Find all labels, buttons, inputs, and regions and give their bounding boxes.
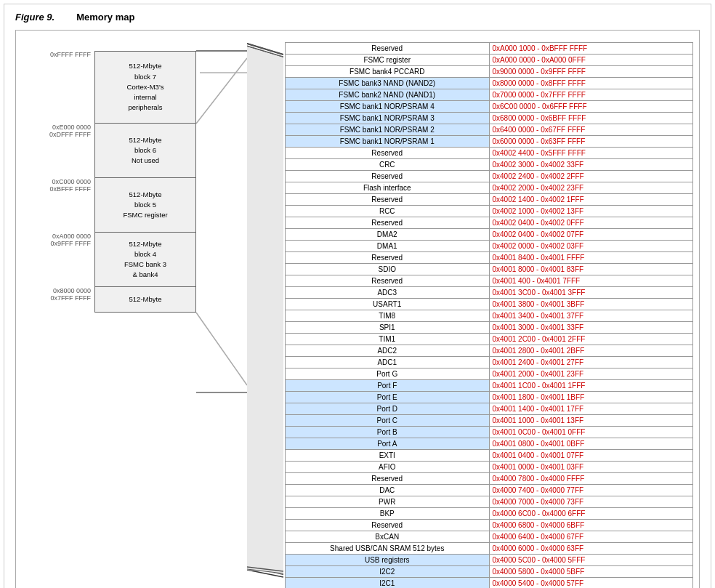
mem-name-cell: BxCAN [286, 531, 490, 543]
table-row: CRC0x4002 3000 - 0x4002 33FF [286, 159, 693, 171]
table-row: FSMC bank1 NOR/PSRAM 30x6800 0000 - 0x6B… [286, 113, 693, 124]
mem-addr-cell: 0x4000 6800 - 0x4000 6BFF [489, 520, 693, 531]
table-row: ADC10x4001 2400 - 0x4001 27FF [286, 357, 693, 368]
block6-rect: 512-Mbyte block 6 Not used [94, 124, 196, 178]
mem-addr-cell: 0x4000 6C00 - 0x4000 6FFF [489, 508, 693, 520]
table-row: SPI10x4001 3000 - 0x4001 33FF [286, 322, 693, 334]
mem-addr-cell: 0x4001 1400 - 0x4001 17FF [489, 403, 693, 415]
table-row: USB registers0x4000 5C00 - 0x4000 5FFF [286, 555, 693, 566]
mem-name-cell: FSMC bank2 NAND (NAND1) [286, 89, 490, 101]
mem-name-cell: DMA1 [286, 241, 490, 252]
mem-name-cell: DMA2 [286, 229, 490, 241]
table-row: FSMC bank1 NOR/PSRAM 40x6C00 0000 - 0x6F… [286, 101, 693, 113]
block4-rect: 512-Mbyte block 4 FSMC bank 3 & bank4 [94, 233, 196, 287]
mem-name-cell: ADC3 [286, 287, 490, 299]
table-row: DAC0x4000 7400 - 0x4000 77FF [286, 485, 693, 496]
table-row: DMA10x4002 0000 - 0x4002 03FF [286, 241, 693, 252]
table-row: USART10x4001 3800 - 0x4001 3BFF [286, 299, 693, 310]
mem-name-cell: FSMC bank4 PCCARD [286, 66, 490, 78]
mem-addr-cell: 0x4001 2000 - 0x4001 23FF [489, 368, 693, 380]
table-row: AFIO0x4001 0000 - 0x4001 03FF [286, 462, 693, 473]
table-row: SDIO0x4001 8000 - 0x4001 83FF [286, 264, 693, 275]
mem-name-cell: Port C [286, 415, 490, 427]
table-row: FSMC bank4 PCCARD0x9000 0000 - 0x9FFF FF… [286, 66, 693, 78]
table-row: Flash interface0x4002 2000 - 0x4002 23FF [286, 182, 693, 194]
mem-name-cell: RCC [286, 206, 490, 217]
table-row: Reserved0x4000 6800 - 0x4000 6BFF [286, 520, 693, 531]
table-row: FSMC register0xA000 0000 - 0xA000 0FFF [286, 55, 693, 66]
svg-line-5 [196, 313, 247, 385]
memory-map-table-area: Reserved0xA000 1000 - 0xBFFF FFFFFSMC re… [285, 42, 693, 588]
mem-addr-cell: 0x4001 3400 - 0x4001 37FF [489, 310, 693, 322]
mem-addr-cell: 0x4002 4400 - 0x5FFF FFFF [489, 148, 693, 159]
mem-addr-cell: 0x4002 1400 - 0x4002 1FFF [489, 194, 693, 206]
figure-title: Figure 9. Memory map [15, 12, 700, 23]
block3-addrs: 0x8000 0000 0x7FFF FFFF [22, 287, 94, 302]
mem-name-cell: SDIO [286, 264, 490, 275]
mem-name-cell: FSMC bank3 NAND (NAND2) [286, 78, 490, 89]
mem-addr-cell: 0x4001 3C00 - 0x4001 3FFF [489, 287, 693, 299]
mem-addr-cell: 0x4002 0400 - 0x4002 07FF [489, 229, 693, 241]
table-row: Port F0x4001 1C00 - 0x4001 1FFF [286, 380, 693, 392]
mem-name-cell: FSMC bank1 NOR/PSRAM 3 [286, 113, 490, 124]
mem-addr-cell: 0x4001 1C00 - 0x4001 1FFF [489, 380, 693, 392]
mem-name-cell: CRC [286, 159, 490, 171]
mem-name-cell: TIM1 [286, 334, 490, 345]
table-row: Shared USB/CAN SRAM 512 bytes0x4000 6000… [286, 543, 693, 555]
mem-addr-cell: 0x4001 2C00 - 0x4001 2FFF [489, 334, 693, 345]
diagonal-lines [196, 51, 247, 392]
mem-name-cell: EXTI [286, 450, 490, 462]
mem-name-cell: DAC [286, 485, 490, 496]
mem-addr-cell: 0xA000 0000 - 0xA000 0FFF [489, 55, 693, 66]
mem-addr-cell: 0x7000 0000 - 0x7FFF FFFF [489, 89, 693, 101]
mem-name-cell: ADC1 [286, 357, 490, 368]
mem-addr-cell: 0x4000 7400 - 0x4000 77FF [489, 485, 693, 496]
table-row: Reserved0x4001 400 - 0x4001 7FFF [286, 275, 693, 287]
mem-name-cell: PWR [286, 496, 490, 508]
table-row: EXTI0x4001 0400 - 0x4001 07FF [286, 450, 693, 462]
mem-addr-cell: 0x8000 0000 - 0x8FFF FFFF [489, 78, 693, 89]
mem-addr-cell: 0x4002 0400 - 0x4002 0FFF [489, 217, 693, 229]
block5-addrs: 0xC000 0000 0xBFFF FFFF [22, 178, 94, 193]
table-row: FSMC bank3 NAND (NAND2)0x8000 0000 - 0x8… [286, 78, 693, 89]
table-row: FSMC bank2 NAND (NAND1)0x7000 0000 - 0x7… [286, 89, 693, 101]
table-row: DMA20x4002 0400 - 0x4002 07FF [286, 229, 693, 241]
mem-name-cell: I2C2 [286, 566, 490, 578]
figure-title-text: Memory map [76, 12, 134, 23]
mem-addr-cell: 0xA000 1000 - 0xBFFF FFFF [489, 43, 693, 55]
mem-name-cell: Port A [286, 438, 490, 450]
mem-addr-cell: 0x6000 0000 - 0x63FF FFFF [489, 136, 693, 148]
mem-name-cell: Reserved [286, 275, 490, 287]
mem-name-cell: Flash interface [286, 182, 490, 194]
mem-name-cell: USB registers [286, 555, 490, 566]
mem-name-cell: ADC2 [286, 345, 490, 357]
block4-addrs: 0xA000 0000 0x9FFF FFFF [22, 233, 94, 247]
table-row: Port B0x4001 0C00 - 0x4001 0FFF [286, 427, 693, 438]
mem-name-cell: Port D [286, 403, 490, 415]
mem-addr-cell: 0x4001 400 - 0x4001 7FFF [489, 275, 693, 287]
mem-name-cell: Reserved [286, 148, 490, 159]
mem-addr-cell: 0x4001 0C00 - 0x4001 0FFF [489, 427, 693, 438]
table-row: Port E0x4001 1800 - 0x4001 1BFF [286, 392, 693, 403]
mem-name-cell: I2C1 [286, 578, 490, 589]
table-row: Port C0x4001 1000 - 0x4001 13FF [286, 415, 693, 427]
table-row: Reserved0x4002 2400 - 0x4002 2FFF [286, 171, 693, 182]
left-blocks-area: 0xFFFF FFFF 512-Mbyte block 7 Cortex-M3'… [22, 51, 247, 588]
mem-addr-cell: 0x4002 2000 - 0x4002 23FF [489, 182, 693, 194]
memory-map-table: Reserved0xA000 1000 - 0xBFFF FFFFFSMC re… [285, 42, 693, 588]
mem-addr-cell: 0x4001 1800 - 0x4001 1BFF [489, 392, 693, 403]
svg-marker-10 [247, 47, 283, 574]
mem-addr-cell: 0x6C00 0000 - 0x6FFF FFFF [489, 101, 693, 113]
table-row: I2C20x4000 5800 - 0x4000 5BFF [286, 566, 693, 578]
table-row: FSMC bank1 NOR/PSRAM 10x6000 0000 - 0x63… [286, 136, 693, 148]
mem-addr-cell: 0x4000 6000 - 0x4000 63FF [489, 543, 693, 555]
table-row: TIM80x4001 3400 - 0x4001 37FF [286, 310, 693, 322]
mem-addr-cell: 0x9000 0000 - 0x9FFF FFFF [489, 66, 693, 78]
mem-addr-cell: 0x4001 3800 - 0x4001 3BFF [489, 299, 693, 310]
table-row: I2C10x4000 5400 - 0x4000 57FF [286, 578, 693, 589]
table-row: RCC0x4002 1000 - 0x4002 13FF [286, 206, 693, 217]
mem-name-cell: Reserved [286, 43, 490, 55]
table-row: Reserved0xA000 1000 - 0xBFFF FFFF [286, 43, 693, 55]
mem-name-cell: SPI1 [286, 322, 490, 334]
mem-addr-cell: 0x4001 0800 - 0x4001 0BFF [489, 438, 693, 450]
